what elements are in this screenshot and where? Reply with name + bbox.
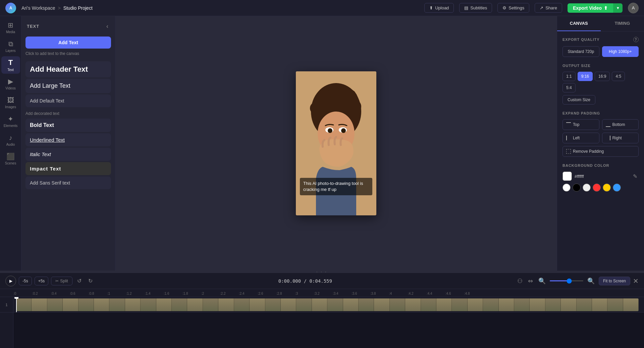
media-icon: ⊞ — [8, 21, 13, 29]
play-button[interactable]: ▶ — [5, 276, 16, 286]
size-9-16[interactable]: 9:16 — [578, 72, 593, 81]
bg-color-section: BACKGROUND COLOR — [562, 163, 639, 167]
sidebar-item-audio[interactable]: ♪ Audio — [1, 131, 20, 149]
film-frame — [94, 298, 109, 311]
layers-icon: ⧉ — [8, 40, 13, 48]
video-caption: This AI photo-to-drawing tool is crackin… — [300, 178, 372, 195]
sidebar-item-media[interactable]: ⊞ Media — [1, 19, 20, 36]
export-icon: ⬆ — [604, 5, 608, 11]
magnet-tool[interactable]: ⚇ — [516, 276, 524, 286]
time-display: 0:00.000 / 0:04.559 — [97, 278, 513, 284]
settings-button[interactable]: ⚙ Settings — [497, 3, 529, 13]
sidebar-item-videos[interactable]: ▶ Videos — [1, 75, 20, 92]
quality-high-button[interactable]: High 1080p+ — [602, 46, 639, 57]
expand-padding-section: EXPAND PADDING — [562, 111, 639, 115]
undo-button[interactable]: ↺ — [75, 276, 84, 285]
impact-text-option[interactable]: Impact Text — [25, 162, 111, 175]
film-frame — [141, 298, 156, 311]
film-frame — [47, 298, 63, 311]
sidebar-item-scenes[interactable]: ⬛ Scenes — [1, 150, 20, 167]
film-frame — [483, 298, 498, 311]
preset-lightgray[interactable] — [583, 184, 591, 192]
film-frame — [250, 298, 265, 311]
film-frame — [203, 298, 218, 311]
split-arrows-icon: ⇔ — [528, 278, 533, 284]
custom-size-button[interactable]: Custom Size — [562, 95, 595, 105]
sidebar-item-images[interactable]: 🖼 Images — [1, 94, 20, 111]
add-default-text-option[interactable]: Add Default Text — [25, 94, 111, 107]
pad-bottom-button[interactable]: Bottom — [602, 119, 639, 130]
pad-left-button[interactable]: Left — [562, 133, 599, 143]
subtitles-button[interactable]: ▤ Subtitles — [459, 3, 492, 13]
zoom-out-button[interactable]: 🔍 — [537, 276, 547, 286]
color-swatch[interactable] — [562, 171, 572, 181]
tab-canvas[interactable]: CANVAS — [557, 16, 601, 31]
preset-white[interactable] — [562, 184, 571, 192]
video-strip[interactable] — [16, 298, 639, 311]
eyedropper-button[interactable]: ✎ — [632, 172, 639, 181]
film-frame — [172, 298, 187, 311]
film-frame — [265, 298, 281, 311]
sans-text-option[interactable]: Add Sans Serif text — [25, 177, 111, 189]
redo-button[interactable]: ↻ — [86, 276, 95, 285]
play-icon: ▶ — [9, 279, 12, 283]
pad-top-button[interactable]: Top — [562, 119, 599, 130]
bold-text-option[interactable]: Bold Text — [25, 119, 111, 132]
quality-standard-button[interactable]: Standard 720p — [562, 46, 599, 57]
italic-text-option[interactable]: Italic Text — [25, 148, 111, 161]
pad-right-icon — [606, 136, 610, 140]
skip-fwd-button[interactable]: +5s — [35, 277, 49, 285]
ruler-mark: :1.2 — [126, 292, 132, 295]
size-4-5[interactable]: 4:5 — [612, 72, 625, 81]
upload-button[interactable]: ⬆ Upload — [424, 3, 454, 13]
sidebar-item-layers[interactable]: ⧉ Layers — [1, 38, 20, 55]
underlined-text-option[interactable]: Underlined Text — [25, 133, 111, 146]
film-frame — [281, 298, 296, 311]
ruler-mark: :3 — [295, 292, 298, 295]
preset-yellow[interactable] — [603, 184, 611, 192]
sidebar-item-elements[interactable]: ✦ Elements — [1, 113, 20, 130]
film-frame — [109, 298, 125, 311]
ruler-mark: :1.6 — [164, 292, 169, 295]
output-size-section: OUTPUT SIZE — [562, 64, 639, 68]
zoom-slider[interactable] — [550, 280, 583, 281]
preset-red[interactable] — [593, 184, 601, 192]
preset-blue[interactable] — [613, 184, 621, 192]
workspace-name[interactable]: Ari's Workspace — [21, 5, 55, 11]
share-button[interactable]: ↗ Share — [535, 3, 562, 13]
add-header-text-option[interactable]: Add Header Text — [25, 61, 111, 77]
film-frame — [468, 298, 483, 311]
project-name[interactable]: Studio Project — [63, 5, 93, 11]
add-large-text-option[interactable]: Add Large Text — [25, 79, 111, 93]
quality-options: Standard 720p High 1080p+ — [562, 46, 639, 57]
fit-to-screen-button[interactable]: Fit to Screen — [599, 277, 630, 285]
color-presets — [562, 184, 639, 192]
close-timeline-button[interactable]: ✕ — [633, 277, 639, 285]
add-text-button[interactable]: Add Text — [25, 37, 111, 49]
sidebar-item-text[interactable]: T Text — [1, 56, 20, 74]
size-1-1[interactable]: 1:1 — [562, 72, 576, 81]
export-dropdown-button[interactable]: ▾ — [613, 3, 623, 13]
split-tool[interactable]: ⇔ — [527, 276, 534, 286]
export-button[interactable]: Export Video ⬆ — [568, 3, 613, 13]
split-button[interactable]: ✂ Split — [51, 277, 72, 285]
size-5-4[interactable]: 5:4 — [562, 83, 576, 92]
film-frame — [405, 298, 421, 311]
skip-back-button[interactable]: -5s — [19, 277, 32, 285]
text-panel-close-button[interactable]: ‹ — [105, 21, 110, 31]
timeline-ruler: :0:0.2:0.4:0.6:0.8:1:1.2:1.4:1.6:1.8:2:2… — [0, 289, 644, 297]
images-icon: 🖼 — [7, 96, 14, 104]
film-frame — [16, 298, 32, 311]
svg-point-9 — [328, 128, 332, 133]
zoom-in-button[interactable]: 🔍 — [586, 276, 596, 286]
remove-padding-button[interactable]: Remove Padding — [562, 146, 639, 157]
size-16-9[interactable]: 16:9 — [595, 72, 610, 81]
split-icon: ✂ — [55, 279, 59, 283]
pad-right-button[interactable]: Right — [602, 133, 639, 143]
app-logo: A — [5, 3, 16, 13]
avatar[interactable]: A — [628, 3, 639, 13]
export-quality-help[interactable]: ? — [633, 37, 639, 42]
preset-black[interactable] — [573, 184, 581, 192]
tab-timing[interactable]: TIMING — [601, 16, 644, 31]
svg-point-10 — [341, 128, 346, 133]
